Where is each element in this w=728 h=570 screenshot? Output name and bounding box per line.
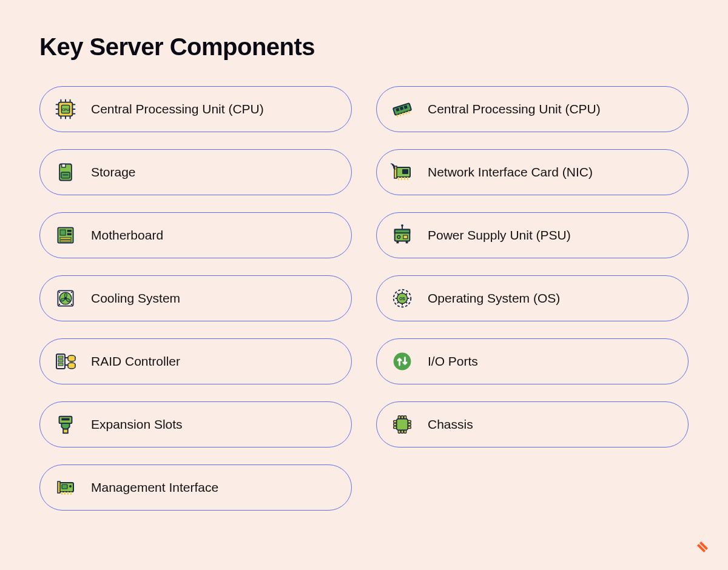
svg-point-54 — [59, 304, 60, 305]
svg-point-51 — [64, 297, 67, 300]
svg-rect-70 — [58, 363, 63, 366]
svg-rect-82 — [404, 416, 406, 419]
raid-icon — [53, 349, 78, 374]
svg-line-19 — [397, 115, 397, 117]
svg-point-53 — [71, 292, 72, 293]
svg-rect-83 — [398, 431, 400, 434]
component-label: Expansion Slots — [91, 417, 183, 432]
svg-rect-42 — [395, 230, 410, 233]
svg-rect-68 — [58, 356, 63, 358]
svg-rect-93 — [58, 481, 60, 493]
page-title: Key Server Components — [39, 33, 689, 61]
svg-rect-78 — [63, 429, 68, 434]
brand-geekflare-icon — [693, 537, 712, 557]
svg-rect-79 — [397, 419, 408, 431]
svg-rect-94 — [62, 485, 67, 489]
svg-line-64 — [406, 293, 407, 295]
psu-icon — [390, 223, 414, 247]
component-storage: Storage — [39, 149, 352, 195]
cpu-icon: CPU — [53, 97, 78, 121]
component-label: Cooling System — [91, 291, 180, 306]
svg-rect-36 — [60, 230, 66, 235]
component-label: Power Supply Unit (PSU) — [428, 228, 571, 243]
svg-rect-86 — [394, 420, 397, 423]
component-label: Motherboard — [91, 228, 163, 243]
component-mgmt: Management Interface — [39, 464, 352, 511]
svg-point-44 — [401, 224, 403, 227]
svg-rect-46 — [403, 235, 408, 239]
svg-point-75 — [394, 353, 411, 370]
svg-line-20 — [400, 114, 400, 116]
svg-rect-37 — [67, 230, 72, 232]
component-label: Central Processing Unit (CPU) — [428, 102, 601, 116]
svg-rect-39 — [60, 238, 71, 240]
svg-rect-29 — [402, 169, 408, 174]
component-raid: RAID Controller — [39, 338, 352, 384]
svg-rect-40 — [60, 240, 71, 242]
storage-icon — [53, 160, 78, 184]
component-psu: Power Supply Unit (PSU) — [376, 212, 689, 258]
component-chassis: Chassis — [376, 401, 689, 448]
component-label: Storage — [91, 165, 136, 179]
motherboard-icon — [53, 223, 78, 247]
expansion-icon — [53, 412, 78, 437]
svg-line-63 — [397, 302, 399, 303]
svg-rect-48 — [406, 241, 408, 244]
component-label: I/O Ports — [428, 354, 478, 369]
svg-line-65 — [397, 293, 399, 295]
svg-rect-38 — [67, 233, 72, 235]
svg-rect-84 — [401, 431, 403, 434]
component-nic: Network Interface Card (NIC) — [376, 149, 689, 195]
svg-line-22 — [406, 112, 406, 114]
mgmt-icon — [53, 475, 78, 500]
svg-rect-69 — [58, 360, 63, 362]
svg-rect-89 — [408, 420, 411, 423]
component-io: I/O Ports — [376, 338, 689, 384]
component-label: Central Processing Unit (CPU) — [91, 102, 264, 116]
svg-rect-88 — [394, 426, 397, 429]
component-grid: CPU Central Processing Unit (CPU) — [39, 86, 689, 511]
component-cpu: CPU Central Processing Unit (CPU) — [39, 86, 352, 132]
os-icon: OS — [390, 286, 414, 310]
svg-text:CPU: CPU — [62, 108, 69, 112]
component-os: OS Operating System (OS) — [376, 275, 689, 321]
ram-icon — [390, 97, 414, 121]
svg-rect-80 — [398, 416, 400, 419]
svg-rect-77 — [61, 418, 69, 421]
svg-rect-25 — [62, 164, 66, 167]
svg-rect-81 — [401, 416, 403, 419]
svg-rect-90 — [408, 423, 411, 426]
svg-rect-91 — [408, 426, 411, 429]
io-icon — [390, 349, 414, 374]
svg-point-95 — [69, 485, 72, 488]
svg-rect-47 — [397, 241, 399, 244]
component-cooling: Cooling System — [39, 275, 352, 321]
svg-line-23 — [408, 111, 409, 113]
svg-point-52 — [59, 292, 60, 293]
chassis-icon — [390, 412, 414, 437]
svg-point-55 — [71, 304, 72, 305]
svg-line-21 — [403, 113, 403, 115]
svg-line-62 — [406, 302, 407, 303]
svg-text:OS: OS — [399, 297, 405, 301]
cooling-icon — [53, 286, 78, 310]
component-label: Network Interface Card (NIC) — [428, 165, 593, 179]
svg-rect-87 — [394, 423, 397, 426]
component-label: Chassis — [428, 417, 473, 432]
svg-rect-85 — [404, 431, 406, 434]
nic-icon — [390, 160, 414, 184]
component-motherboard: Motherboard — [39, 212, 352, 258]
component-label: Operating System (OS) — [428, 291, 560, 306]
component-label: Management Interface — [91, 480, 218, 495]
component-expansion: Expansion Slots — [39, 401, 352, 448]
component-label: RAID Controller — [91, 354, 180, 369]
component-ram: Central Processing Unit (CPU) — [376, 86, 689, 132]
